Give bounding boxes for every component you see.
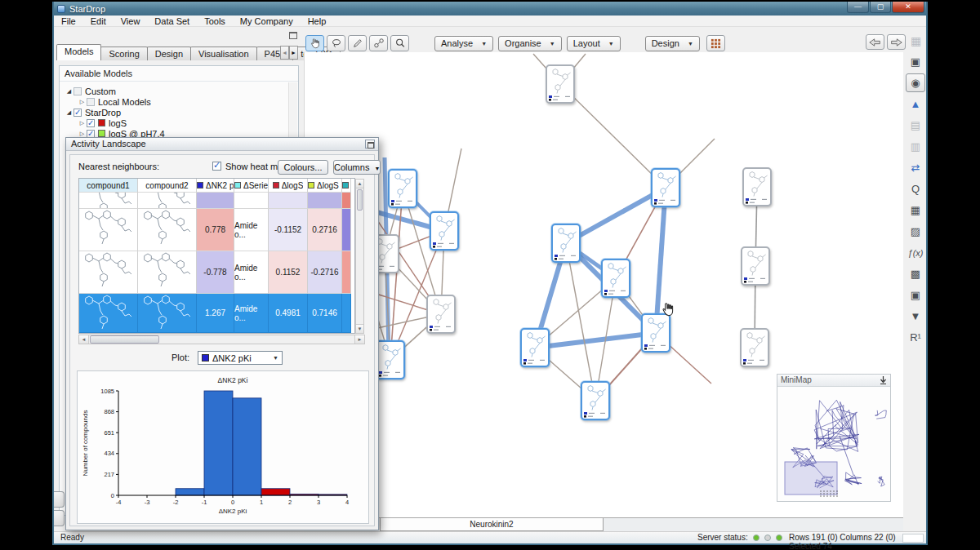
- organise-dropdown[interactable]: Organise▼: [498, 36, 562, 51]
- tree-item-stardrop[interactable]: ◢StarDrop: [63, 107, 287, 118]
- table-row[interactable]: -0.778Amide o...0.1152-0.2716: [79, 251, 354, 294]
- tree-checkbox[interactable]: [74, 87, 82, 95]
- tree-checkbox[interactable]: [74, 109, 82, 117]
- plot-dropdown[interactable]: ΔNK2 pKi ▼: [198, 351, 283, 365]
- tab-scroll-left-icon[interactable]: ◄: [280, 46, 289, 60]
- table-check-icon[interactable]: ▨: [906, 222, 925, 241]
- layout-dropdown[interactable]: Layout▼: [567, 36, 621, 51]
- hscroll-thumb[interactable]: [90, 335, 159, 344]
- network-canvas[interactable]: MiniMap: [304, 52, 903, 517]
- column-header-ΔSeries[interactable]: ΔSeries: [234, 179, 269, 193]
- menu-my-company[interactable]: My Company: [233, 16, 301, 27]
- dialog-float-button[interactable]: [365, 140, 375, 149]
- value-cell[interactable]: 1.267: [197, 294, 234, 333]
- scroll-down-icon[interactable]: ▼: [356, 324, 363, 333]
- scroll-left-icon[interactable]: ◄: [79, 335, 89, 344]
- partial-value-cell[interactable]: [342, 294, 351, 333]
- value-cell[interactable]: [197, 193, 234, 209]
- value-cell[interactable]: [234, 193, 269, 209]
- design-dropdown[interactable]: Design▼: [645, 36, 700, 51]
- compound-structure-cell[interactable]: [79, 294, 138, 333]
- partial-value-cell[interactable]: [342, 193, 351, 209]
- compound-node[interactable]: [581, 381, 610, 420]
- function-icon[interactable]: ƒ(x): [906, 243, 925, 262]
- table-row[interactable]: 1.267Amide o...0.49810.7146: [79, 294, 354, 333]
- expander-open-icon[interactable]: ◢: [65, 88, 74, 95]
- tab-models[interactable]: Models: [56, 44, 101, 60]
- table-view-icon[interactable]: ▤: [906, 116, 925, 135]
- partial-value-cell[interactable]: [342, 251, 351, 294]
- value-cell[interactable]: -0.2716: [308, 251, 342, 294]
- compound-node[interactable]: [426, 295, 456, 334]
- expander-closed-icon[interactable]: ▷: [78, 99, 87, 105]
- table-view-alt-icon[interactable]: ▥: [906, 137, 925, 156]
- compound-node[interactable]: [741, 246, 770, 286]
- tree-item-logs[interactable]: ▷logS: [63, 118, 287, 128]
- value-cell[interactable]: Amide o...: [234, 251, 269, 294]
- menu-tools[interactable]: Tools: [197, 16, 233, 27]
- compound-node[interactable]: [641, 313, 670, 353]
- scroll-right-icon[interactable]: ►: [354, 335, 364, 344]
- show-heatmap-checkbox[interactable]: [212, 162, 221, 171]
- table-row[interactable]: 0.778Amide o...-0.11520.2716: [79, 209, 354, 251]
- compound-node[interactable]: [651, 168, 680, 207]
- column-header-compound1[interactable]: compound1: [79, 179, 138, 193]
- column-header-ΔlogS @[interactable]: ΔlogS @: [308, 179, 342, 193]
- column-header-Δ[interactable]: Δ: [342, 179, 351, 193]
- compound-structure-cell[interactable]: [138, 294, 197, 333]
- compound-node[interactable]: [520, 328, 550, 367]
- side-collapse-button-2[interactable]: [54, 510, 65, 526]
- menu-data-set[interactable]: Data Set: [147, 16, 197, 27]
- pencil-tool-button[interactable]: [348, 35, 367, 51]
- compound-structure-cell[interactable]: [138, 193, 197, 209]
- grid-layout-button[interactable]: [706, 35, 725, 51]
- menu-file[interactable]: File: [54, 16, 83, 27]
- expander-closed-icon[interactable]: ▷: [78, 120, 87, 126]
- tab-design[interactable]: Design: [147, 47, 191, 60]
- compound-node[interactable]: [742, 167, 772, 206]
- value-cell[interactable]: Amide o...: [234, 294, 269, 333]
- compound-node[interactable]: [546, 64, 575, 104]
- tree-item-custom[interactable]: ◢Custom: [63, 86, 287, 96]
- compound-node[interactable]: [430, 211, 459, 251]
- lasso-tool-button[interactable]: [327, 35, 345, 51]
- columns-button[interactable]: Columns▼: [333, 160, 381, 175]
- transfer-icon[interactable]: ⇄: [906, 158, 925, 177]
- copy-sheet-icon[interactable]: ▣: [906, 286, 925, 304]
- table-vertical-scrollbar[interactable]: ▲ ▼: [355, 179, 364, 334]
- compound-structure-cell[interactable]: [138, 251, 197, 294]
- analyse-dropdown[interactable]: Analyse▼: [434, 36, 493, 51]
- value-cell[interactable]: 0.778: [197, 209, 234, 251]
- nav-back-button[interactable]: [866, 34, 884, 50]
- menu-view[interactable]: View: [114, 16, 148, 27]
- value-cell[interactable]: 0.7146: [308, 294, 342, 333]
- import-table-icon[interactable]: ▼: [906, 307, 925, 326]
- minimap-pin-icon[interactable]: [879, 375, 888, 385]
- compound-node[interactable]: [388, 169, 417, 208]
- value-cell[interactable]: 0.4981: [269, 294, 308, 333]
- minimize-button[interactable]: —: [847, 2, 869, 13]
- colours-button[interactable]: Colours...: [278, 160, 328, 175]
- expander-open-icon[interactable]: ◢: [65, 109, 74, 116]
- value-cell[interactable]: 0.2716: [308, 209, 342, 251]
- maximize-button[interactable]: ▢: [870, 2, 891, 13]
- table-add-icon[interactable]: ▦: [906, 201, 925, 220]
- value-cell[interactable]: [269, 193, 308, 209]
- grid-view-icon[interactable]: ▩: [906, 264, 925, 283]
- value-cell[interactable]: 0.1152: [269, 251, 308, 294]
- tree-checkbox[interactable]: [87, 119, 95, 127]
- network-view-icon[interactable]: ◉: [906, 73, 925, 92]
- table-row[interactable]: [79, 193, 354, 209]
- resize-grip[interactable]: [902, 534, 924, 543]
- tree-checkbox[interactable]: [87, 130, 95, 138]
- activity-landscape-dialog[interactable]: Activity Landscape Nearest neighbours: S…: [65, 137, 379, 530]
- search-icon[interactable]: Q: [906, 180, 925, 198]
- scroll-up-icon[interactable]: ▲: [356, 180, 363, 189]
- column-header-ΔNK2 p[interactable]: ΔNK2 p: [197, 179, 234, 193]
- column-header-ΔlogS[interactable]: ΔlogS: [269, 179, 308, 193]
- compound-node[interactable]: [551, 224, 581, 263]
- chart-view-icon[interactable]: ▲: [906, 95, 925, 113]
- card-view-icon[interactable]: ▣: [906, 52, 925, 71]
- compound-structure-cell[interactable]: [79, 209, 138, 251]
- partial-value-cell[interactable]: [342, 209, 351, 251]
